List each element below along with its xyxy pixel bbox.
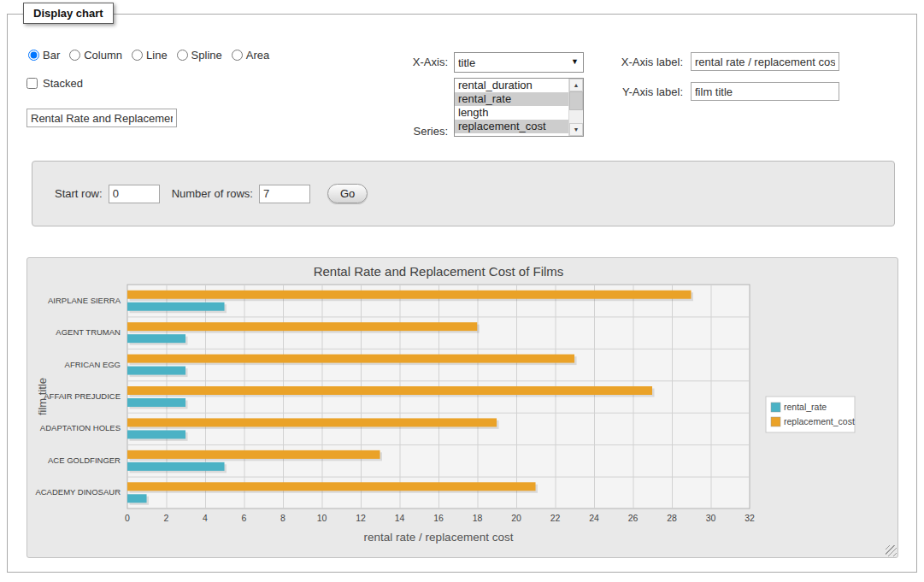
x-tick-label: 10 [317, 513, 327, 523]
x-tick-label: 14 [395, 513, 405, 523]
x-axis-label-field-label: X-Axis label: [555, 56, 683, 68]
y-category-label: AFFAIR PREJUDICE [44, 391, 121, 401]
chart-bar [127, 494, 147, 503]
bar-radio-label: Bar [43, 49, 60, 62]
x-tick-label: 28 [667, 513, 677, 523]
column-radio-label: Column [84, 49, 122, 62]
scroll-down-icon[interactable]: ▼ [569, 123, 583, 136]
x-tick-label: 24 [589, 513, 599, 523]
num-rows-label: Number of rows: [172, 187, 253, 200]
series-option[interactable]: replacement_cost [455, 120, 568, 133]
x-axis-label-input[interactable] [691, 52, 839, 71]
chart-bar [127, 482, 536, 491]
chart-bar [127, 386, 652, 395]
x-tick-label: 2 [164, 513, 169, 523]
series-field-label: Series: [384, 125, 448, 138]
line-radio[interactable] [132, 50, 143, 61]
spline-radio[interactable] [177, 50, 188, 61]
x-tick-label: 16 [433, 513, 444, 523]
x-tick-label: 22 [550, 513, 561, 523]
stacked-label: Stacked [43, 77, 83, 90]
x-tick-label: 30 [706, 513, 716, 523]
display-chart-panel: Display chart Bar Column Line Spline Are… [7, 14, 917, 573]
stacked-checkbox[interactable] [26, 78, 38, 89]
y-category-label: ACADEMY DINOSAUR [35, 487, 121, 497]
x-tick-label: 18 [473, 513, 483, 523]
y-category-label: ACE GOLDFINGER [48, 456, 121, 465]
chart-title: Rental Rate and Replacement Cost of Film… [314, 264, 564, 279]
chart-canvas: 02468101214161820222426283032AIRPLANE SI… [27, 258, 898, 557]
chart-bar [127, 291, 692, 299]
rows-panel: Start row: Number of rows: Go [32, 161, 895, 226]
resize-handle-icon[interactable] [886, 545, 897, 556]
legend-label: rental_rate [784, 402, 827, 412]
go-button[interactable]: Go [327, 184, 368, 203]
x-tick-label: 32 [744, 513, 755, 523]
chart-bar [127, 450, 380, 459]
num-rows-input[interactable] [259, 185, 310, 203]
chart-bar [127, 322, 477, 331]
column-radio[interactable] [69, 50, 80, 61]
y-category-label: AIRPLANE SIERRA [48, 296, 121, 305]
series-option[interactable]: length [455, 106, 568, 120]
chart-bar [127, 334, 185, 343]
chart-type-column[interactable]: Column [69, 49, 122, 62]
x-tick-label: 26 [628, 513, 639, 523]
x-tick-label: 6 [242, 513, 247, 523]
chart-xlabel: rental rate / replacement cost [364, 531, 514, 544]
start-row-input[interactable] [109, 185, 160, 203]
x-tick-label: 8 [280, 513, 285, 523]
chart-bar [127, 355, 574, 363]
area-radio-label: Area [246, 49, 269, 62]
x-tick-label: 0 [125, 513, 130, 523]
y-axis-label-field-label: Y-Axis label: [555, 85, 683, 98]
chart-bar [127, 418, 497, 426]
stacked-option[interactable]: Stacked [26, 77, 83, 90]
spline-radio-label: Spline [191, 49, 222, 62]
chart-panel: 02468101214161820222426283032AIRPLANE SI… [26, 257, 898, 558]
series-options: rental_duration rental_rate length repla… [455, 79, 568, 136]
display-chart-legend: Display chart [23, 3, 114, 24]
y-category-label: ADAPTATION HOLES [40, 423, 121, 432]
chart-bar [127, 430, 185, 438]
line-radio-label: Line [146, 49, 168, 62]
y-axis-label-input[interactable] [691, 82, 839, 101]
chart-type-options: Bar Column Line Spline Area [28, 49, 269, 62]
legend-swatch [771, 403, 780, 412]
series-option[interactable]: rental_rate [455, 92, 568, 106]
chart-type-spline[interactable]: Spline [177, 49, 222, 62]
y-category-label: AGENT TRUMAN [56, 327, 121, 337]
x-tick-label: 20 [511, 513, 521, 523]
x-tick-label: 12 [356, 513, 366, 523]
chart-type-bar[interactable]: Bar [28, 49, 60, 62]
chart-type-area[interactable]: Area [232, 49, 269, 62]
x-tick-label: 4 [203, 513, 208, 523]
bar-radio[interactable] [28, 50, 39, 61]
chart-title-input[interactable] [26, 109, 177, 127]
chart-bar [127, 462, 225, 471]
start-row-label: Start row: [55, 187, 103, 200]
legend-swatch [771, 417, 780, 426]
chart-bar [127, 398, 185, 407]
y-category-label: AFRICAN EGG [65, 360, 121, 369]
chart-bar [127, 367, 185, 375]
x-axis-field-label: X-Axis: [384, 56, 448, 68]
legend-label: replacement_cost [784, 416, 855, 426]
series-option[interactable]: rental_duration [455, 79, 568, 92]
area-radio[interactable] [232, 50, 243, 61]
chart-bar [127, 303, 225, 311]
chart-ylabel: film title [36, 378, 49, 415]
chart-type-line[interactable]: Line [132, 49, 168, 62]
scrollbar-track[interactable] [569, 110, 583, 123]
